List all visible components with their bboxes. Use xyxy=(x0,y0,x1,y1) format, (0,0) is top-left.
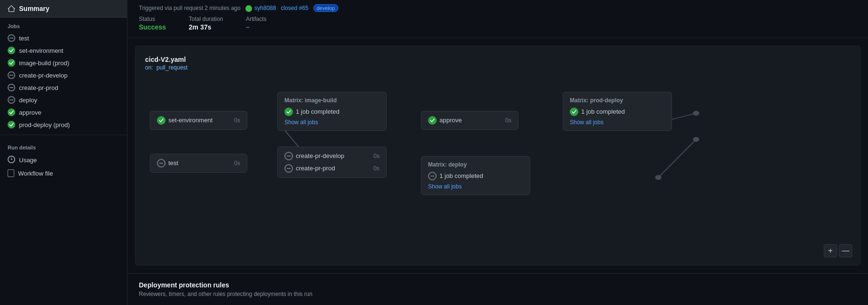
job-set-env-label: set-environment xyxy=(19,47,63,54)
duration-label: Total duration xyxy=(189,16,223,22)
node-test[interactable]: test 0s xyxy=(150,154,247,173)
skip-icon xyxy=(8,34,15,42)
create-pr-prod-time: 0s xyxy=(373,165,380,172)
top-bar: Triggered via pull request 2 minutes ago… xyxy=(127,0,868,38)
status-label: Status xyxy=(139,16,166,22)
usage-label: Usage xyxy=(19,157,37,164)
node-image-build[interactable]: Matrix: image-build 1 job completed Show… xyxy=(277,92,387,131)
node-set-environment[interactable]: set-environment 0s xyxy=(150,111,247,130)
svg-point-4 xyxy=(245,5,252,12)
deploy-rules-title: Deployment protection rules xyxy=(139,281,857,289)
node-approve[interactable]: approve 0s xyxy=(421,111,518,130)
clock-icon xyxy=(8,156,15,165)
home-icon xyxy=(8,5,15,12)
run-details-label: Run details xyxy=(0,139,127,153)
svg-rect-25 xyxy=(159,163,163,164)
trigger-text: Triggered via pull request 2 minutes ago xyxy=(139,5,241,11)
sidebar: Summary Jobs test set-environment image-… xyxy=(0,0,127,305)
trigger-line: Triggered via pull request 2 minutes ago… xyxy=(139,5,857,12)
prod-deploy-success-icon xyxy=(570,108,578,116)
success-icon xyxy=(8,108,15,116)
approve-name: approve xyxy=(439,117,502,124)
sidebar-item-approve[interactable]: approve xyxy=(0,106,127,118)
set-env-time: 0s xyxy=(234,117,240,124)
skip-icon xyxy=(8,96,15,104)
skip-icon xyxy=(8,71,15,79)
success-icon xyxy=(8,59,15,67)
sidebar-item-test[interactable]: test xyxy=(0,32,127,44)
sidebar-item-usage[interactable]: Usage xyxy=(0,153,127,167)
svg-point-22 xyxy=(693,111,699,116)
create-pr-develop-skip-icon xyxy=(284,152,293,160)
test-name: test xyxy=(168,159,231,167)
approve-success-icon xyxy=(428,116,437,125)
sidebar-item-prod-deploy[interactable]: prod-deploy (prod) xyxy=(0,118,127,131)
node-create-pr[interactable]: create-pr-develop 0s create-pr-prod 0s xyxy=(277,147,387,178)
connectors-svg xyxy=(145,82,850,220)
set-env-success-icon xyxy=(157,116,166,125)
on-label: on: xyxy=(145,64,153,71)
zoom-out-button[interactable]: — xyxy=(839,244,852,257)
svg-rect-28 xyxy=(430,176,434,177)
artifacts-value: – xyxy=(246,23,266,31)
workflow-filename: cicd-V2.yaml xyxy=(145,56,850,63)
deploy-show-all[interactable]: Show all jobs xyxy=(428,183,523,190)
workflow-area: cicd-V2.yaml on: pull_request xyxy=(135,46,860,266)
skip-icon xyxy=(8,84,15,91)
sidebar-item-image-build[interactable]: image-build (prod) xyxy=(0,57,127,69)
job-prod-deploy-label: prod-deploy (prod) xyxy=(19,121,70,128)
workflow-file-label: Workflow file xyxy=(18,170,53,177)
job-create-pr-prod-label: create-pr-prod xyxy=(19,84,58,91)
summary-item[interactable]: Summary xyxy=(0,0,127,18)
diagram: set-environment 0s test 0s Matrix: image… xyxy=(145,82,850,220)
zoom-in-button[interactable]: + xyxy=(824,244,837,257)
pr-link[interactable]: closed #65 xyxy=(281,5,310,11)
zoom-controls: + — xyxy=(824,244,852,257)
user-link[interactable]: syh8088 xyxy=(245,5,278,11)
on-event: pull_request xyxy=(156,64,187,71)
deploy-rules-section: Deployment protection rules Reviewers, t… xyxy=(127,273,868,305)
duration-value: 2m 37s xyxy=(189,23,223,31)
status-value: Success xyxy=(139,23,166,31)
approve-time: 0s xyxy=(505,117,511,124)
node-prod-deploy[interactable]: Matrix: prod-deploy 1 job completed Show… xyxy=(563,92,672,131)
prod-deploy-show-all[interactable]: Show all jobs xyxy=(570,119,665,126)
image-build-show-all[interactable]: Show all jobs xyxy=(284,119,380,126)
success-icon xyxy=(8,121,15,128)
job-approve-label: approve xyxy=(19,109,41,116)
deploy-skip-icon xyxy=(428,172,437,180)
svg-rect-27 xyxy=(287,168,291,169)
job-create-pr-develop-label: create-pr-develop xyxy=(19,72,68,79)
main-content: Triggered via pull request 2 minutes ago… xyxy=(127,0,868,305)
create-pr-prod-name: create-pr-prod xyxy=(296,165,371,172)
jobs-section-label: Jobs xyxy=(0,18,127,32)
image-build-jobs-label: 1 job completed xyxy=(296,108,380,115)
deploy-jobs-label: 1 job completed xyxy=(439,172,523,179)
duration-group: Total duration 2m 37s xyxy=(189,16,223,31)
svg-rect-3 xyxy=(10,99,13,100)
artifacts-group: Artifacts – xyxy=(246,16,266,31)
sidebar-item-create-pr-develop[interactable]: create-pr-develop xyxy=(0,69,127,81)
sidebar-item-set-environment[interactable]: set-environment xyxy=(0,44,127,57)
artifacts-label: Artifacts xyxy=(246,16,266,22)
node-deploy[interactable]: Matrix: deploy 1 job completed Show all … xyxy=(421,156,530,195)
svg-rect-0 xyxy=(10,38,13,39)
sidebar-item-create-pr-prod[interactable]: create-pr-prod xyxy=(0,81,127,94)
sidebar-item-deploy[interactable]: deploy xyxy=(0,94,127,106)
image-build-matrix-label: Matrix: image-build xyxy=(284,97,380,104)
deploy-matrix-label: Matrix: deploy xyxy=(428,161,523,168)
job-test-label: test xyxy=(19,35,29,42)
svg-point-24 xyxy=(693,137,699,142)
svg-rect-1 xyxy=(10,75,13,76)
create-pr-develop-time: 0s xyxy=(373,153,380,159)
test-time: 0s xyxy=(234,160,240,167)
create-pr-develop-name: create-pr-develop xyxy=(296,152,371,159)
branch-badge[interactable]: develop xyxy=(313,4,339,12)
file-icon xyxy=(8,169,14,177)
job-image-build-label: image-build (prod) xyxy=(19,59,69,67)
svg-rect-26 xyxy=(287,156,291,157)
sidebar-item-workflow-file[interactable]: Workflow file xyxy=(0,167,127,179)
create-pr-prod-skip-icon xyxy=(284,164,293,173)
sidebar-divider xyxy=(0,135,127,135)
workflow-on: on: pull_request xyxy=(145,64,850,71)
